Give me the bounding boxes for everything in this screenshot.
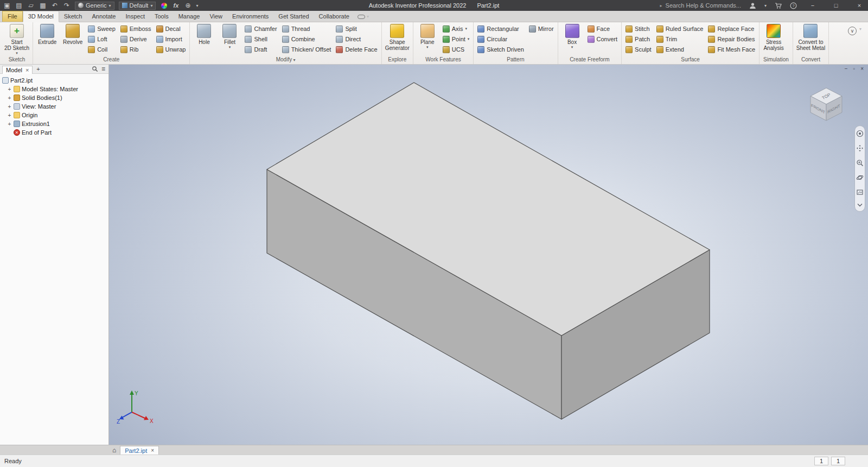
ribbon-button-sweep[interactable]: Sweep [86,24,118,34]
ribbon-button-circular[interactable]: Circular [475,34,526,44]
ribbon-group-label-create-freeform[interactable]: Create Freeform [559,56,621,64]
ribbon-button-mirror[interactable]: Mirror [527,24,556,34]
document-tab-part2[interactable]: Part2.ipt × [120,446,159,455]
ribbon-button-point[interactable]: Point▾ [441,34,472,44]
tab-get-started[interactable]: Get Started [273,11,314,22]
ribbon-button-emboss[interactable]: Emboss [118,24,154,34]
ribbon-group-label-surface[interactable]: Surface [622,56,758,64]
ribbon-button-convert-to-sheet-metal[interactable]: Convert to Sheet Metal [795,23,827,55]
color-wheel-icon[interactable] [160,2,168,9]
ribbon-button-stress-analysis[interactable]: Stress Analysis [761,23,786,55]
viewport-3d[interactable]: − ▫ × TOP FRONT RIGHT [109,65,868,445]
cart-icon[interactable] [775,2,782,9]
redo-icon[interactable]: ↷ [63,2,71,9]
ribbon-button-decal[interactable]: Decal [154,24,188,34]
ribbon-button-replace-face[interactable]: Replace Face [706,24,757,34]
ribbon-button-fillet[interactable]: Fillet▾ [217,23,242,55]
minimize-button[interactable]: − [805,0,820,11]
ribbon-button-thicken-offset[interactable]: Thicken/ Offset [280,45,334,54]
ribbon-button-delete-face[interactable]: Delete Face [334,45,379,54]
orbit-icon[interactable] [856,174,864,181]
ribbon-group-label-modify[interactable]: Modify ▾ [190,56,380,64]
doc-close-button[interactable]: × [860,66,864,72]
expand-plus-icon[interactable]: + [7,104,12,110]
tree-item-end-of-part[interactable]: ×End of Part [0,128,108,137]
ribbon-group-label-create[interactable]: Create [34,56,189,64]
ribbon-button-chamfer[interactable]: Chamfer [242,24,279,34]
expand-plus-icon[interactable]: + [7,86,12,92]
hamburger-menu-icon[interactable]: ≡ [101,65,105,73]
save-icon[interactable]: ▦ [39,2,47,9]
navbar-more-chevron-icon[interactable] [856,203,864,207]
tab-file[interactable]: File [2,11,23,22]
ribbon-button-sketch-driven[interactable]: Sketch Driven [475,45,526,54]
ribbon-button-direct[interactable]: Direct [334,34,379,44]
ribbon-collapse-button[interactable]: ∨ [848,27,857,35]
search-input[interactable]: ▸ Search Help & Commands... [660,2,741,9]
ribbon-button-rectangular[interactable]: Rectangular [475,24,526,34]
pan-icon[interactable] [856,144,864,152]
ribbon-group-label-simulation[interactable]: Simulation [760,56,792,64]
ribbon-group-label-sketch[interactable]: Sketch [2,56,32,64]
tab-3d-model[interactable]: 3D Model [23,11,59,22]
ribbon-button-derive[interactable]: Derive [118,34,154,44]
ribbon-button-fit-mesh-face[interactable]: Fit Mesh Face [706,45,757,54]
inventor-app-icon[interactable]: ▣ [3,2,11,9]
new-file-icon[interactable]: ▤ [15,2,23,9]
account-chevron-icon[interactable]: ▾ [764,3,767,8]
close-icon[interactable]: × [151,447,154,453]
tab-sketch[interactable]: Sketch [59,11,87,22]
ribbon-button-loft[interactable]: Loft [86,34,118,44]
tree-item-model-states-master[interactable]: +Model States: Master [0,85,108,93]
doc-minimize-button[interactable]: − [845,66,848,72]
search-icon[interactable] [92,66,98,72]
tab-tools[interactable]: Tools [150,11,174,22]
ribbon-button-revolve[interactable]: Revolve [60,23,85,55]
ribbon-button-box[interactable]: Box▾ [560,23,585,55]
expand-plus-icon[interactable]: + [7,95,12,101]
tree-item-solid-bodies-1[interactable]: +Solid Bodies(1) [0,93,108,102]
ribbon-button-extend[interactable]: Extend [654,45,706,54]
ribbon-button-sculpt[interactable]: Sculpt [623,45,654,54]
material-dropdown[interactable]: Generic ▾ [75,2,114,10]
doc-restore-button[interactable]: ▫ [853,66,856,72]
undo-icon[interactable]: ↶ [51,2,59,9]
ribbon-button-coil[interactable]: Coil [86,45,118,54]
maximize-button[interactable]: □ [828,0,844,11]
ribbon-button-extrude[interactable]: Extrude [35,23,60,55]
close-button[interactable]: × [852,0,867,11]
qat-customize-chevron-icon[interactable]: ▾ [196,3,198,8]
user-account-icon[interactable] [749,2,756,9]
ribbon-display-options-icon[interactable]: ▾ [358,14,369,22]
ribbon-button-repair-bodies[interactable]: Repair Bodies [706,34,757,44]
expand-plus-icon[interactable]: + [7,112,12,118]
tree-item-origin[interactable]: +Origin [0,111,108,119]
ribbon-button-start-2d-sketch[interactable]: +Start 2D Sketch▾ [3,23,31,55]
ribbon-button-rib[interactable]: Rib [118,45,154,54]
ribbon-button-combine[interactable]: Combine [280,34,334,44]
tab-environments[interactable]: Environments [227,11,273,22]
tab-inspect[interactable]: Inspect [121,11,150,22]
ribbon-button-ruled-surface[interactable]: Ruled Surface [654,24,706,34]
open-file-icon[interactable]: ▱ [27,2,35,9]
model-scene[interactable] [109,65,868,445]
ribbon-button-shell[interactable]: Shell [242,34,279,44]
navigation-wheel-icon[interactable] [856,130,864,137]
parameters-fx-icon[interactable]: fx [172,2,180,9]
ribbon-button-convert[interactable]: Convert [585,34,620,44]
ribbon-button-face[interactable]: Face [585,24,620,34]
help-icon[interactable]: ? [790,2,797,9]
ribbon-group-label-pattern[interactable]: Pattern [474,56,557,64]
appearance-dropdown[interactable]: Default ▾ [119,2,156,10]
ribbon-button-ucs[interactable]: UCS [441,45,472,54]
expand-plus-icon[interactable]: + [7,121,12,127]
ribbon-button-patch[interactable]: Patch [623,34,654,44]
ribbon-button-stitch[interactable]: Stitch [623,24,654,34]
add-browser-tab-button[interactable]: + [34,66,42,72]
look-at-icon[interactable] [856,188,864,196]
ribbon-group-label-convert[interactable]: Convert [794,56,828,64]
ribbon-group-label-explore[interactable]: Explore [382,56,412,64]
ribbon-button-shape-generator[interactable]: Shape Generator [384,23,411,55]
close-icon[interactable]: × [25,67,29,73]
ribbon-group-label-work-features[interactable]: Work Features [414,56,473,64]
